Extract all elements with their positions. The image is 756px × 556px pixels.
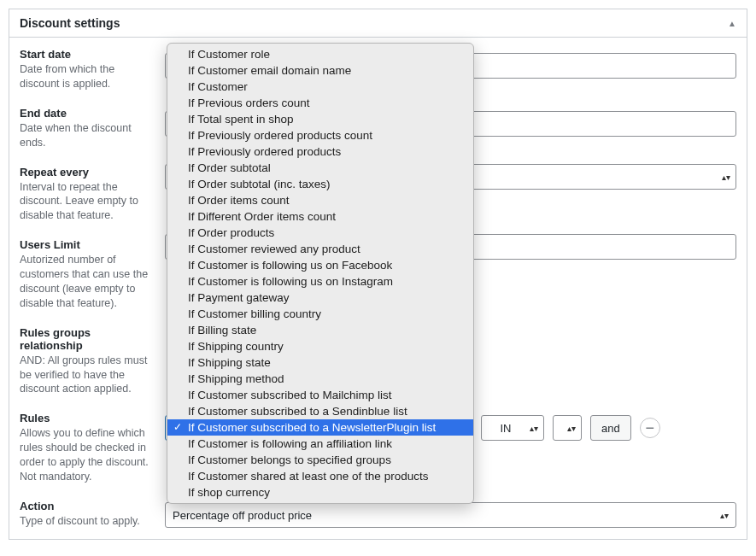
dropdown-item[interactable]: ✓If Billing state [167, 322, 473, 338]
label-users-limit: Users Limit Autorized number of customer… [20, 238, 153, 311]
collapse-icon[interactable]: ▲ [728, 19, 736, 28]
dropdown-item[interactable]: ✓If Shipping method [167, 371, 473, 387]
dropdown-item[interactable]: ✓If Previously ordered products [167, 143, 473, 160]
dropdown-item[interactable]: ✓If Different Order items count [167, 208, 473, 225]
dropdown-item[interactable]: ✓If Customer is following us on Instagra… [167, 273, 473, 290]
dropdown-item[interactable]: ✓If Customer is following us on Facebook [167, 257, 473, 273]
dropdown-item[interactable]: ✓If Customer subscribed to a NewsletterP… [167, 419, 473, 436]
dropdown-item-label: If Order subtotal (inc. taxes) [188, 178, 331, 190]
chevron-updown-icon: ▴▾ [722, 173, 730, 182]
label-repeat-every: Repeat every Interval to repeat the disc… [20, 166, 153, 224]
dropdown-item-label: If Customer belongs to specified groups [188, 454, 391, 466]
dropdown-item-label: If Shipping method [188, 372, 284, 385]
dropdown-item-label: If Order subtotal [188, 161, 271, 174]
dropdown-item-label: If Customer [188, 80, 248, 93]
discount-settings-panel: Discount settings ▲ Start date Date from… [9, 9, 747, 540]
dropdown-item[interactable]: ✓If Payment gateway [167, 290, 473, 306]
dropdown-item-label: If Customer subscribed to Mailchimp list [188, 389, 392, 401]
inputs-column: ✓If Customer role✓If Customer email doma… [165, 48, 736, 529]
dropdown-item-label: If Customer subscribed to a NewsletterPl… [188, 421, 436, 434]
dropdown-item-label: If Shipping state [188, 356, 271, 369]
action-select-row: Percentage off product price ▴▾ [165, 502, 736, 528]
dropdown-item[interactable]: ✓If Customer shared at least one of the … [167, 468, 473, 484]
dropdown-item[interactable]: ✓If Previous orders count [167, 95, 473, 111]
dropdown-item[interactable]: ✓If Customer [167, 79, 473, 95]
dropdown-item[interactable]: ✓If Customer role [167, 46, 473, 62]
dropdown-item-label: If Customer billing country [188, 307, 321, 320]
rule-operator-select[interactable]: IN ▴▾ [481, 415, 544, 441]
labels-column: Start date Date from which the discount … [20, 48, 165, 529]
dropdown-item[interactable]: ✓If Customer reviewed any product [167, 241, 473, 257]
label-end-date: End date Date when the discount ends. [20, 107, 153, 150]
dropdown-item-label: If Customer is following us on Facebook [188, 259, 392, 272]
dropdown-item[interactable]: ✓If Previously ordered products count [167, 127, 473, 143]
dropdown-item[interactable]: ✓If Total spent in shop [167, 111, 473, 127]
dropdown-item-label: If Billing state [188, 324, 256, 337]
dropdown-item[interactable]: ✓If Order subtotal [167, 160, 473, 176]
dropdown-item-label: If Customer is following us on Instagram [188, 275, 393, 288]
dropdown-item[interactable]: ✓If Shipping country [167, 338, 473, 354]
chevron-updown-icon: ▴▾ [567, 424, 576, 433]
dropdown-item-label: If Different Order items count [188, 210, 336, 223]
check-icon: ✓ [173, 419, 182, 436]
action-select[interactable]: Percentage off product price ▴▾ [165, 502, 736, 528]
dropdown-item-label: If Order products [188, 226, 274, 239]
dropdown-item-label: If Previous orders count [188, 97, 310, 109]
dropdown-item[interactable]: ✓If Shipping state [167, 354, 473, 371]
rules-condition-dropdown[interactable]: ✓If Customer role✓If Customer email doma… [167, 43, 474, 504]
dropdown-item[interactable]: ✓If Customer subscribed to Mailchimp lis… [167, 387, 473, 403]
dropdown-item-label: If shop currency [188, 486, 270, 499]
dropdown-item[interactable]: ✓If Customer belongs to specified groups [167, 452, 473, 468]
label-start-date: Start date Date from which the discount … [20, 48, 153, 91]
chevron-updown-icon: ▴▾ [530, 424, 538, 433]
dropdown-item-label: If Customer reviewed any product [188, 243, 360, 255]
dropdown-item-label: If Order items count [188, 194, 290, 207]
dropdown-item[interactable]: ✓If Customer is following an affiliation… [167, 436, 473, 452]
dropdown-item-label: If Customer shared at least one of the p… [188, 470, 428, 483]
minus-icon: − [645, 420, 654, 436]
dropdown-item-label: If Payment gateway [188, 291, 290, 304]
dropdown-item-label: If Total spent in shop [188, 113, 294, 126]
dropdown-item-label: If Previously ordered products [188, 145, 341, 158]
dropdown-item[interactable]: ✓If Order products [167, 225, 473, 241]
repeat-unit-select[interactable]: s ▴▾ [448, 164, 737, 190]
dropdown-item[interactable]: ✓If Customer email domain name [167, 62, 473, 79]
chevron-updown-icon: ▴▾ [720, 511, 729, 520]
panel-header[interactable]: Discount settings ▲ [9, 9, 747, 38]
label-rules: Rules Allows you to define which rules s… [20, 412, 153, 484]
dropdown-item[interactable]: ✓If Customer billing country [167, 306, 473, 322]
dropdown-item-label: If Customer is following an affiliation … [188, 437, 392, 450]
dropdown-item-label: If Shipping country [188, 340, 284, 353]
dropdown-item[interactable]: ✓If Order items count [167, 192, 473, 208]
dropdown-item-label: If Customer subscribed to a Sendinblue l… [188, 405, 407, 418]
dropdown-item[interactable]: ✓If shop currency [167, 484, 473, 500]
dropdown-item[interactable]: ✓If Order subtotal (inc. taxes) [167, 176, 473, 192]
dropdown-item-label: If Customer email domain name [188, 64, 351, 77]
label-action: Action Type of discount to apply. [20, 500, 153, 529]
dropdown-item[interactable]: ✓If Customer subscribed to a Sendinblue … [167, 403, 473, 419]
dropdown-item-label: If Customer role [188, 48, 270, 61]
dropdown-item-label: If Previously ordered products count [188, 129, 372, 142]
label-rules-groups: Rules groups relationship AND: All group… [20, 326, 153, 397]
rule-value-select[interactable]: ▴▾ [553, 415, 582, 441]
panel-title: Discount settings [20, 16, 120, 30]
rule-remove-button[interactable]: − [640, 418, 660, 438]
rule-and-button[interactable]: and [590, 415, 631, 441]
